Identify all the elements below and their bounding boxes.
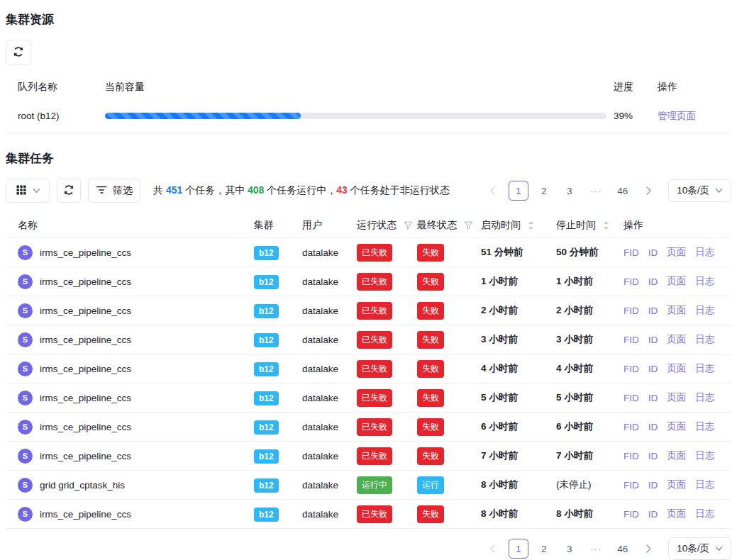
page-3-button[interactable]: 3 bbox=[560, 539, 580, 559]
page-ellipsis[interactable]: ··· bbox=[585, 539, 607, 559]
action-page-link[interactable]: 页面 bbox=[667, 420, 686, 433]
page-2-button[interactable]: 2 bbox=[534, 181, 554, 201]
action-fid-link[interactable]: FID bbox=[624, 276, 639, 287]
action-log-link[interactable]: 日志 bbox=[695, 304, 714, 317]
spark-avatar-icon: S bbox=[18, 420, 33, 435]
run-status-badge: 已失败 bbox=[357, 360, 392, 378]
task-user: datalake bbox=[302, 306, 357, 316]
action-id-link[interactable]: ID bbox=[648, 364, 658, 374]
cluster-badge: b12 bbox=[254, 333, 279, 347]
queue-name: root (b12) bbox=[6, 111, 105, 121]
page-2-button[interactable]: 2 bbox=[534, 539, 554, 559]
action-page-link[interactable]: 页面 bbox=[667, 478, 686, 491]
refresh-resources-button[interactable] bbox=[6, 40, 31, 65]
task-user: datalake bbox=[302, 480, 357, 491]
action-log-link[interactable]: 日志 bbox=[695, 420, 714, 433]
cluster-badge: b12 bbox=[254, 362, 279, 376]
action-log-link[interactable]: 日志 bbox=[695, 391, 714, 404]
page-size-select[interactable]: 10条/页 bbox=[668, 179, 731, 202]
action-id-link[interactable]: ID bbox=[648, 393, 658, 403]
page-3-button[interactable]: 3 bbox=[560, 181, 580, 201]
task-user: datalake bbox=[302, 422, 357, 432]
action-log-link[interactable]: 日志 bbox=[695, 362, 714, 375]
page-46-button[interactable]: 46 bbox=[612, 181, 633, 201]
tasks-toolbar: 筛选 共 451 个任务，其中 408 个任务运行中，43 个任务处于非运行状态… bbox=[6, 179, 731, 203]
action-page-link[interactable]: 页面 bbox=[667, 449, 686, 462]
action-log-link[interactable]: 日志 bbox=[695, 333, 714, 346]
action-id-link[interactable]: ID bbox=[648, 335, 658, 345]
summary-text: 共 bbox=[153, 184, 166, 196]
task-user: datalake bbox=[302, 335, 357, 345]
col-run-status: 运行状态 bbox=[357, 219, 397, 232]
action-id-link[interactable]: ID bbox=[648, 306, 658, 316]
action-page-link[interactable]: 页面 bbox=[667, 304, 686, 317]
run-status-filter-icon[interactable] bbox=[404, 221, 413, 230]
spark-avatar-icon: S bbox=[18, 274, 33, 289]
col-name: 名称 bbox=[6, 219, 254, 232]
filter-button[interactable]: 筛选 bbox=[88, 179, 140, 203]
action-log-link[interactable]: 日志 bbox=[695, 449, 714, 462]
stop-time-sort-icon[interactable] bbox=[603, 221, 609, 230]
spark-avatar-icon: S bbox=[18, 507, 33, 522]
action-fid-link[interactable]: FID bbox=[624, 480, 639, 491]
task-name: irms_ce_pipeline_ccs bbox=[40, 364, 131, 374]
task-name: irms_ce_pipeline_ccs bbox=[40, 276, 131, 287]
final-status-badge: 失败 bbox=[417, 389, 444, 407]
col-user: 用户 bbox=[302, 219, 357, 232]
action-id-link[interactable]: ID bbox=[648, 480, 658, 491]
action-fid-link[interactable]: FID bbox=[624, 393, 639, 403]
stop-time: 8 小时前 bbox=[556, 508, 624, 520]
final-status-filter-icon[interactable] bbox=[464, 221, 473, 230]
table-row: S grid grid_cptask_his b12 datalake 运行中 … bbox=[6, 471, 731, 500]
refresh-tasks-button[interactable] bbox=[57, 179, 81, 203]
action-id-link[interactable]: ID bbox=[648, 451, 658, 461]
task-name: irms_ce_pipeline_ccs bbox=[40, 306, 131, 316]
summary-text: 个任务运行中， bbox=[264, 184, 336, 196]
action-fid-link[interactable]: FID bbox=[624, 247, 639, 258]
manage-page-link[interactable]: 管理页面 bbox=[658, 111, 696, 121]
action-page-link[interactable]: 页面 bbox=[667, 391, 686, 404]
action-log-link[interactable]: 日志 bbox=[695, 478, 714, 491]
action-page-link[interactable]: 页面 bbox=[667, 246, 686, 259]
action-page-link[interactable]: 页面 bbox=[667, 275, 686, 288]
cluster-badge: b12 bbox=[254, 449, 279, 464]
next-page-button[interactable] bbox=[638, 539, 658, 559]
running-count: 408 bbox=[248, 184, 264, 196]
action-id-link[interactable]: ID bbox=[648, 276, 658, 287]
page-ellipsis[interactable]: ··· bbox=[585, 181, 607, 201]
stop-time: 4 小时前 bbox=[556, 362, 624, 375]
start-time-sort-icon[interactable] bbox=[528, 221, 534, 230]
next-page-button[interactable] bbox=[638, 181, 658, 201]
action-fid-link[interactable]: FID bbox=[624, 451, 639, 461]
action-log-link[interactable]: 日志 bbox=[695, 508, 714, 520]
page-46-button[interactable]: 46 bbox=[612, 539, 633, 559]
action-id-link[interactable]: ID bbox=[648, 247, 658, 258]
page-1-button[interactable]: 1 bbox=[509, 181, 528, 201]
col-current-capacity: 当前容量 bbox=[105, 81, 614, 94]
cluster-badge: b12 bbox=[254, 246, 279, 260]
total-count: 451 bbox=[166, 184, 182, 196]
action-fid-link[interactable]: FID bbox=[624, 364, 639, 374]
col-actions: 操作 bbox=[624, 219, 731, 232]
table-row: S irms_ce_pipeline_ccs b12 datalake 已失败 … bbox=[6, 413, 731, 442]
action-log-link[interactable]: 日志 bbox=[695, 275, 714, 288]
page-1-button[interactable]: 1 bbox=[509, 539, 528, 559]
cluster-badge: b12 bbox=[254, 478, 279, 493]
action-page-link[interactable]: 页面 bbox=[667, 508, 686, 520]
action-fid-link[interactable]: FID bbox=[624, 335, 639, 345]
run-status-badge: 已失败 bbox=[357, 302, 392, 320]
action-id-link[interactable]: ID bbox=[648, 422, 658, 432]
final-status-badge: 失败 bbox=[417, 418, 444, 436]
action-log-link[interactable]: 日志 bbox=[695, 246, 714, 259]
action-page-link[interactable]: 页面 bbox=[667, 333, 686, 346]
page-size-select[interactable]: 10条/页 bbox=[668, 537, 731, 560]
action-id-link[interactable]: ID bbox=[648, 509, 658, 520]
action-page-link[interactable]: 页面 bbox=[667, 362, 686, 375]
prev-page-button[interactable] bbox=[483, 181, 503, 201]
action-fid-link[interactable]: FID bbox=[624, 306, 639, 316]
action-fid-link[interactable]: FID bbox=[624, 422, 639, 432]
action-fid-link[interactable]: FID bbox=[624, 509, 639, 520]
column-settings-dropdown[interactable] bbox=[6, 179, 50, 203]
prev-page-button[interactable] bbox=[483, 539, 503, 559]
progress-value: 39% bbox=[614, 111, 658, 121]
